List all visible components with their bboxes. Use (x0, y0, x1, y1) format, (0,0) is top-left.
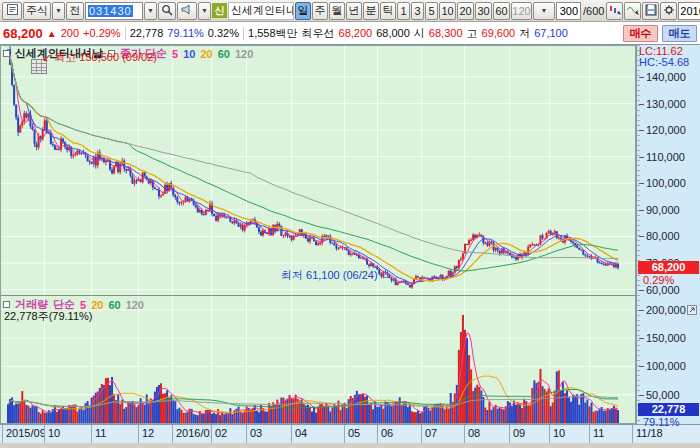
divider (125, 27, 126, 40)
x-axis-label: 10 (44, 425, 91, 443)
divider (243, 27, 244, 40)
period-minute-button[interactable]: 분 (363, 2, 379, 20)
ma60-legend[interactable]: 60 (218, 48, 230, 60)
save-icon (645, 4, 657, 18)
price-axis-label: 140,000 (639, 71, 686, 83)
low-label: 저 (519, 26, 530, 41)
x-axis-label: 12 (138, 425, 172, 443)
asset-type-dropdown-icon[interactable] (52, 2, 65, 20)
period-monthly-button[interactable]: 월 (329, 2, 345, 20)
volume-axis-label: 150,000 (639, 332, 686, 344)
date-input[interactable]: 2016/11/18 (678, 2, 700, 20)
volume-axis-label: 200,000 (639, 304, 686, 316)
vol-ma60-legend[interactable]: 60 (108, 299, 120, 311)
price-axis-label: 100,000 (639, 177, 686, 189)
open-price: 68,300 (429, 27, 463, 39)
all-market-button[interactable]: 전 (66, 2, 84, 20)
current-volume-badge: 22,778 (638, 403, 699, 416)
settings-button[interactable] (660, 2, 677, 20)
minute-10-button[interactable]: 10 (439, 2, 456, 20)
sell-button[interactable]: 매도 (662, 25, 697, 42)
price-change-pct: +0.29% (83, 27, 121, 39)
x-axis-label: 06 (377, 425, 421, 443)
turnover-pct: 0.32% (208, 27, 239, 39)
volume-axis-label: 100,000 (639, 360, 686, 372)
expand-candles-button[interactable] (624, 2, 641, 20)
sound-dropdown-icon[interactable] (198, 2, 211, 20)
stock-code-input[interactable]: 031430 (85, 2, 143, 20)
new-stock-badge: 신 (212, 3, 227, 18)
period-weekly-button[interactable]: 주 (312, 2, 328, 20)
volume-axis-label: 50,000 (639, 389, 680, 401)
gear-icon (663, 4, 675, 18)
stock-code-value: 031430 (88, 5, 133, 17)
minute-20-button[interactable]: 20 (457, 2, 474, 20)
volume-summary: 22,778주(79.11%) (4, 309, 92, 324)
window-icon (6, 3, 19, 18)
minute-1-button[interactable]: 1 (397, 2, 410, 20)
checkbox-icon[interactable] (3, 50, 10, 57)
interval-dropdown-icon[interactable] (533, 2, 555, 20)
x-axis-label: 10 (549, 425, 589, 443)
volume-ratio: 79.11% (167, 27, 204, 39)
sound-button[interactable] (177, 2, 197, 20)
high-arrow-icon: ↙ (42, 51, 51, 63)
minute-5-button[interactable]: 5 (425, 2, 438, 20)
speaker-icon (181, 4, 193, 17)
ma120-legend[interactable]: 120 (235, 48, 253, 60)
best-bid: 68,000 (376, 27, 410, 39)
minute-30-button[interactable]: 30 (475, 2, 492, 20)
low-arrow-icon: → (381, 269, 392, 281)
period-yearly-button[interactable]: 년 (346, 2, 362, 20)
high-price: 69,600 (482, 27, 516, 39)
low-annotation: 최저 61,100 (06/24) → (281, 268, 392, 283)
checkbox-icon[interactable] (3, 301, 10, 308)
screen-switch-button[interactable] (2, 2, 22, 20)
trade-value: 1,558백만 (248, 26, 298, 41)
current-price-badge: 68,200 (638, 261, 699, 274)
x-axis-label: 2016/01 (172, 425, 211, 443)
low-price: 67,100 (534, 27, 568, 39)
price-axis-label: 90,000 (639, 204, 680, 216)
period-daily-button[interactable]: 일 (295, 2, 311, 20)
time-axis[interactable]: 2015/091011122016/0102030405060708091011… (0, 424, 700, 443)
volume-value: 22,778 (130, 27, 164, 39)
expand-panel-icon[interactable] (687, 304, 697, 318)
period-tick-button[interactable]: 틱 (380, 2, 396, 20)
high-label: 고 (467, 26, 478, 41)
x-axis-label: 07 (421, 425, 464, 443)
hc-indicator: HC:-54.68 (639, 56, 689, 68)
stock-name-label: 신세계인터내 (228, 2, 294, 20)
price-axis-label: 80,000 (639, 230, 680, 242)
minute-120-button[interactable]: 120 (511, 2, 532, 20)
search-icon (161, 4, 173, 18)
buy-button[interactable]: 매수 (623, 25, 658, 42)
minute-60-button[interactable]: 60 (493, 2, 510, 20)
price-axis-label: 130,000 (639, 98, 686, 110)
price-axis-label: 120,000 (639, 124, 686, 136)
shrink-candles-button[interactable] (606, 2, 623, 20)
price-axis[interactable]: LC:11.62 HC:-54.68 68,200 0.29% 22,778 7… (636, 45, 700, 424)
chart-toolbar: 주식 전 031430 신 신세계인터내 일 주 월 년 분 틱 1 3 5 1… (0, 0, 700, 22)
code-dropdown-icon[interactable] (144, 2, 157, 20)
x-axis-label: 11 (589, 425, 632, 443)
bars-count-input[interactable]: 300 (556, 2, 581, 20)
ma5-legend[interactable]: 5 (172, 48, 178, 60)
best-ask: 68,200 (339, 27, 373, 39)
open-label: 시 (414, 26, 425, 41)
ma20-legend[interactable]: 20 (200, 48, 212, 60)
x-axis-label: 09 (509, 425, 549, 443)
asset-type-button[interactable]: 주식 (23, 2, 51, 20)
ma10-legend[interactable]: 10 (183, 48, 195, 60)
x-axis-label: 11 (91, 425, 138, 443)
x-axis-label: 08 (464, 425, 509, 443)
search-button[interactable] (158, 2, 176, 20)
x-axis-label: 05 (344, 425, 377, 443)
price-volume-chart[interactable] (0, 45, 636, 424)
save-button[interactable] (642, 2, 659, 20)
price-change: 200 (61, 27, 79, 39)
vol-ma20-legend[interactable]: 20 (91, 299, 103, 311)
vol-ma120-legend[interactable]: 120 (126, 299, 144, 311)
high-annotation: ↙ 최고 150,500 (09/02) (42, 50, 157, 65)
minute-3-button[interactable]: 3 (411, 2, 424, 20)
